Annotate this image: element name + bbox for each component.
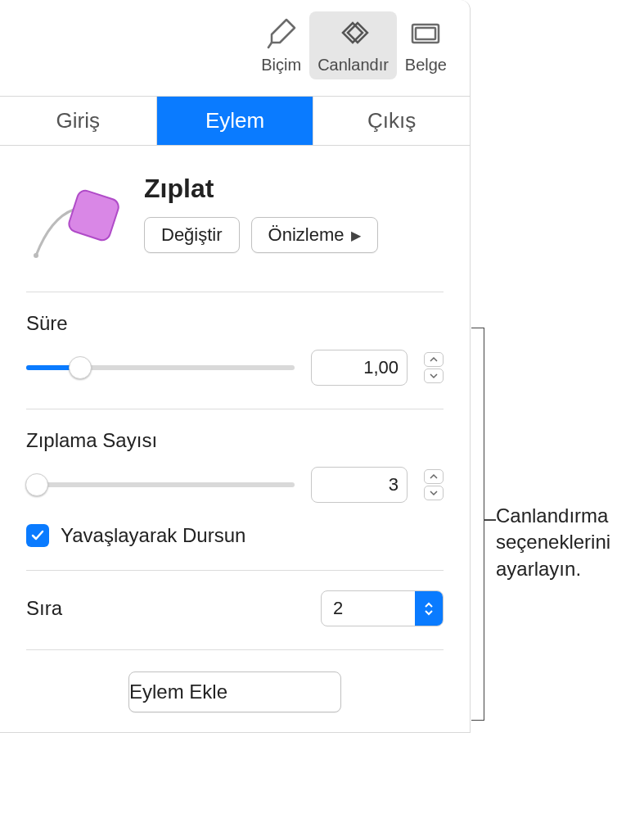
select-arrows-icon	[415, 591, 443, 626]
bounces-slider[interactable]	[26, 473, 295, 496]
callout-text: Canlandırma seçeneklerini ayarlayın.	[496, 503, 640, 582]
animation-tabs: Giriş Eylem Çıkış	[0, 97, 470, 146]
bounces-section: Zıplama Sayısı	[26, 409, 444, 571]
change-effect-button[interactable]: Değiştir	[144, 217, 240, 253]
format-label: Biçim	[261, 56, 301, 75]
document-icon	[408, 15, 444, 51]
order-select[interactable]: 2	[321, 590, 444, 626]
order-section: Sıra 2	[26, 571, 444, 650]
add-action-label: Eylem Ekle	[129, 681, 227, 703]
duration-step-down[interactable]	[424, 369, 444, 383]
duration-step-up[interactable]	[424, 352, 444, 367]
effect-header: Zıplat Değiştir Önizleme ▶	[26, 170, 444, 292]
ease-stop-label: Yavaşlayarak Dursun	[61, 524, 245, 547]
add-action-button[interactable]: Eylem Ekle	[128, 671, 341, 712]
animate-label: Canlandır	[317, 56, 389, 75]
preview-button[interactable]: Önizleme ▶	[251, 217, 378, 253]
tab-build-out[interactable]: Çıkış	[313, 97, 470, 145]
order-value: 2	[322, 598, 415, 619]
duration-stepper	[424, 350, 444, 386]
bounces-label: Zıplama Sayısı	[26, 429, 444, 452]
bounces-field[interactable]	[311, 467, 408, 503]
bounces-stepper	[424, 467, 444, 503]
tab-action[interactable]: Eylem	[157, 97, 314, 145]
change-label: Değiştir	[161, 224, 223, 246]
document-tab[interactable]: Belge	[397, 11, 455, 79]
animate-icon	[335, 15, 371, 51]
duration-field[interactable]	[311, 350, 408, 386]
animate-tab[interactable]: Canlandır	[309, 11, 397, 79]
effect-name: Zıplat	[144, 174, 444, 204]
svg-rect-3	[67, 188, 121, 242]
bounce-effect-icon	[26, 170, 124, 269]
format-tab[interactable]: Biçim	[253, 11, 309, 79]
order-label: Sıra	[26, 597, 62, 620]
inspector-panel: Biçim Canlandır Belge Giriş Eylem Çı	[0, 0, 471, 733]
bounces-step-down[interactable]	[424, 486, 444, 500]
play-icon: ▶	[351, 228, 361, 243]
ease-stop-checkbox[interactable]	[26, 524, 49, 547]
preview-label: Önizleme	[268, 224, 345, 246]
svg-rect-1	[416, 28, 435, 39]
duration-label: Süre	[26, 312, 444, 335]
paintbrush-icon	[263, 15, 299, 51]
format-toolbar: Biçim Canlandır Belge	[0, 0, 470, 97]
bounces-step-up[interactable]	[424, 469, 444, 484]
tab-build-in[interactable]: Giriş	[0, 97, 157, 145]
document-label: Belge	[405, 56, 447, 75]
animation-content: Zıplat Değiştir Önizleme ▶ Süre	[0, 146, 470, 732]
duration-section: Süre	[26, 292, 444, 409]
svg-point-2	[34, 253, 38, 258]
duration-slider[interactable]	[26, 356, 295, 379]
